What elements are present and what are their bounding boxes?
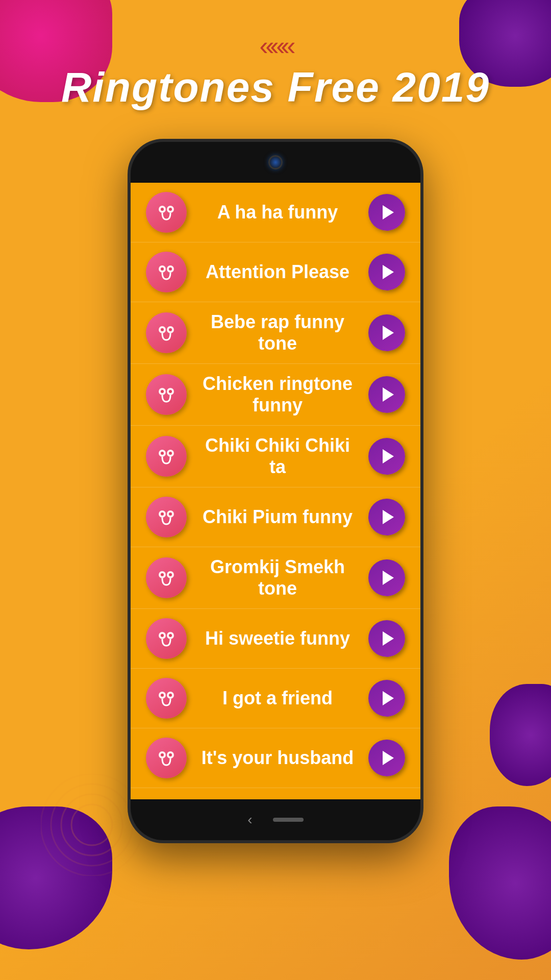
svg-point-18 [161,390,164,393]
svg-point-23 [169,452,172,455]
svg-point-22 [161,452,164,455]
ringtone-name: Chicken ringtone funny [197,373,358,416]
svg-point-31 [169,573,172,576]
play-button-0[interactable] [368,194,405,231]
svg-point-6 [161,208,164,211]
ringtone-name: Chiki Pium funny [197,506,358,528]
ringtone-icon-0 [146,192,187,233]
phone-mockup: A ha ha funny Attention Please [128,139,423,843]
play-triangle-icon [383,205,394,219]
chevron-icon: ««« [0,31,551,61]
play-triangle-icon [383,449,394,463]
ringtone-list: A ha ha funny Attention Please [131,183,420,788]
play-button-3[interactable] [368,376,405,413]
play-button-9[interactable] [368,740,405,776]
nav-home-indicator[interactable] [273,818,304,822]
svg-point-26 [161,512,164,516]
svg-point-39 [169,694,172,697]
svg-point-10 [161,267,164,271]
ringtone-name: Chiki Chiki Chiki ta [197,435,358,478]
ringtone-name: It's your husband [197,747,358,769]
ringtone-icon-8 [146,678,187,719]
ringtone-icon-4 [146,436,187,477]
list-item: Bebe rap funny tone [131,302,420,364]
nav-back-icon[interactable]: ‹ [247,812,252,828]
svg-point-34 [161,634,164,637]
play-button-8[interactable] [368,680,405,717]
ringtone-icon-2 [146,312,187,353]
ringtone-icon-5 [146,497,187,537]
svg-point-14 [161,328,164,331]
play-triangle-icon [383,326,394,340]
svg-point-38 [161,694,164,697]
list-item: It's your husband [131,728,420,788]
list-item: Chiki Pium funny [131,487,420,547]
play-button-1[interactable] [368,254,405,290]
svg-point-7 [169,208,172,211]
list-item: Gromkij Smekh tone [131,547,420,609]
ringtone-name: I got a friend [197,688,358,709]
phone-container: A ha ha funny Attention Please [0,139,551,843]
ringtone-icon-3 [146,374,187,415]
svg-point-30 [161,573,164,576]
svg-point-43 [169,753,172,756]
ringtone-name: A ha ha funny [197,202,358,223]
play-triangle-icon [383,691,394,705]
list-item: A ha ha funny [131,183,420,242]
ringtone-icon-7 [146,618,187,659]
play-button-7[interactable] [368,620,405,657]
ringtone-name: Gromkij Smekh tone [197,556,358,599]
svg-point-15 [169,328,172,331]
ringtone-name: Attention Please [197,261,358,283]
play-triangle-icon [383,265,394,279]
ringtone-name: Bebe rap funny tone [197,311,358,354]
play-button-4[interactable] [368,438,405,475]
list-item: Attention Please [131,242,420,302]
play-triangle-icon [383,387,394,402]
play-triangle-icon [383,751,394,765]
play-triangle-icon [383,510,394,524]
play-button-2[interactable] [368,314,405,351]
list-item: I got a friend [131,669,420,728]
list-item: Hi sweetie funny [131,609,420,669]
phone-screen: A ha ha funny Attention Please [131,183,420,799]
svg-point-42 [161,753,164,756]
app-title: Ringtones Free 2019 [0,66,551,108]
svg-point-11 [169,267,172,271]
play-button-6[interactable] [368,559,405,596]
list-item: Chiki Chiki Chiki ta [131,426,420,487]
phone-bottom-bar: ‹ [131,799,420,840]
camera-icon [268,155,283,169]
ringtone-name: Hi sweetie funny [197,628,358,649]
svg-point-35 [169,634,172,637]
phone-top-bar [131,142,420,183]
play-button-5[interactable] [368,499,405,535]
ringtone-icon-9 [146,738,187,778]
list-item: Chicken ringtone funny [131,364,420,426]
ringtone-icon-6 [146,557,187,598]
header: ««« Ringtones Free 2019 [0,0,551,108]
svg-point-19 [169,390,172,393]
ringtone-icon-1 [146,252,187,292]
svg-point-27 [169,512,172,516]
play-triangle-icon [383,631,394,646]
play-triangle-icon [383,571,394,585]
